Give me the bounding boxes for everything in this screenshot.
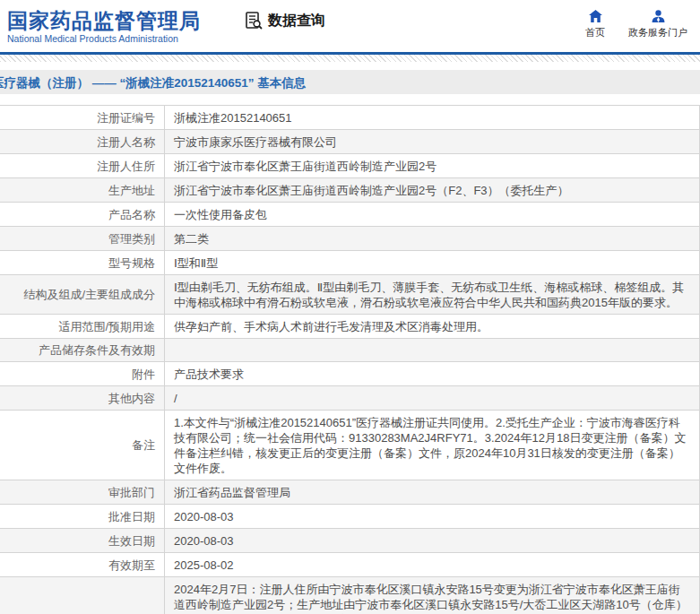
row-label: 其他内容 xyxy=(0,386,165,410)
row-value: 2020-08-03 xyxy=(165,529,699,552)
logo-title: 国家药品监督管理局 xyxy=(7,9,201,32)
row-value: 宁波市康家乐医疗器械有限公司 xyxy=(165,130,699,153)
user-icon xyxy=(651,9,666,23)
top-nav: 首页 政务服务门户 xyxy=(585,9,687,39)
nav-home-label: 首页 xyxy=(585,26,605,39)
table-row: 注册人住所 浙江省宁波市奉化区萧王庙街道西岭制造产业园2号 xyxy=(0,154,699,178)
row-label: 适用范围/预期用途 xyxy=(0,315,165,338)
breadcrumb: 医疗器械（注册） —— “浙械注准20152140651” 基本信息 xyxy=(0,70,700,94)
nav-portal[interactable]: 政务服务门户 xyxy=(628,9,687,39)
nmpa-logo: 国家药品监督管理局 National Medical Products Admi… xyxy=(7,9,201,44)
row-value: 浙江省药品监督管理局 xyxy=(165,480,699,504)
site-header: 国家药品监督管理局 National Medical Products Admi… xyxy=(0,0,700,52)
table-row: 变更情况 2024年2月7日：注册人住所由宁波市奉化区溪口镇永安路15号变更为浙… xyxy=(0,577,699,614)
row-label: 注册人住所 xyxy=(0,154,165,177)
hatch-band xyxy=(0,55,700,62)
row-value: 浙江省宁波市奉化区萧王庙街道西岭制造产业园2号 xyxy=(165,154,699,177)
table-row: 有效期至 2025-08-02 xyxy=(0,553,699,577)
data-query-icon xyxy=(244,11,264,30)
table-row: 批准日期 2020-08-03 xyxy=(0,505,699,529)
registration-info-table: 注册证编号 浙械注准20152140651 注册人名称 宁波市康家乐医疗器械有限… xyxy=(0,105,700,614)
row-value: 第二类 xyxy=(165,227,699,250)
row-value: 产品技术要求 xyxy=(165,362,699,385)
row-value: 浙江省宁波市奉化区萧王庙街道西岭制造产业园2号（F2、F3）（委托生产） xyxy=(165,178,699,202)
table-row: 其他内容 / xyxy=(0,386,699,411)
table-row: 结构及组成/主要组成成分 Ⅰ型由剃毛刀、无纺布组成。Ⅱ型由剃毛刀、薄膜手套、无纺… xyxy=(0,275,699,315)
row-value: 浙械注准20152140651 xyxy=(165,106,699,129)
table-row: 生效日期 2020-08-03 xyxy=(0,529,699,553)
row-value: 2024年2月7日：注册人住所由宁波市奉化区溪口镇永安路15号变更为浙江省宁波市… xyxy=(165,577,699,614)
row-label: 产品名称 xyxy=(0,203,165,226)
row-label: 批准日期 xyxy=(0,505,165,528)
row-value: 2025-08-02 xyxy=(165,553,699,576)
row-label: 附件 xyxy=(0,362,165,385)
logo-subtitle: National Medical Products Administration xyxy=(7,33,201,44)
nav-data-query[interactable]: 数据查询 xyxy=(244,11,325,30)
table-row: 备注 1.本文件与“浙械注准20152140651”医疗器械注册证共同使用。2.… xyxy=(0,411,699,480)
nav-home[interactable]: 首页 xyxy=(585,9,605,39)
row-value xyxy=(165,339,699,361)
nav-portal-label: 政务服务门户 xyxy=(628,26,687,39)
table-row: 注册人名称 宁波市康家乐医疗器械有限公司 xyxy=(0,130,699,154)
data-query-label: 数据查询 xyxy=(268,12,325,30)
row-value: 一次性使用备皮包 xyxy=(165,203,699,226)
row-label: 结构及组成/主要组成成分 xyxy=(0,275,165,314)
table-row: 生产地址 浙江省宁波市奉化区萧王庙街道西岭制造产业园2号（F2、F3）（委托生产… xyxy=(0,178,699,203)
row-label: 型号规格 xyxy=(0,251,165,274)
table-row: 审批部门 浙江省药品监督管理局 xyxy=(0,480,699,505)
row-label: 变更情况 xyxy=(0,577,165,614)
row-label: 生产地址 xyxy=(0,178,165,202)
row-label: 产品储存条件及有效期 xyxy=(0,339,165,361)
row-value: Ⅰ型和Ⅱ型 xyxy=(165,251,699,274)
page: 国家药品监督管理局 National Medical Products Admi… xyxy=(0,0,700,614)
row-label: 注册证编号 xyxy=(0,106,165,129)
row-label: 管理类别 xyxy=(0,227,165,250)
table-row: 附件 产品技术要求 xyxy=(0,362,699,386)
row-label: 注册人名称 xyxy=(0,130,165,153)
breadcrumb-text: 医疗器械（注册） —— “浙械注准20152140651” 基本信息 xyxy=(0,71,306,94)
row-label: 生效日期 xyxy=(0,529,165,552)
row-label: 审批部门 xyxy=(0,480,165,504)
table-row: 适用范围/预期用途 供孕妇产前、手术病人术前进行毛发清理及术区消毒处理用。 xyxy=(0,315,699,339)
home-icon xyxy=(588,9,603,23)
row-label: 有效期至 xyxy=(0,553,165,576)
row-value: 2020-08-03 xyxy=(165,505,699,528)
table-row: 管理类别 第二类 xyxy=(0,227,699,251)
row-label: 备注 xyxy=(0,411,165,480)
row-value: 供孕妇产前、手术病人术前进行毛发清理及术区消毒处理用。 xyxy=(165,315,699,338)
table-row: 产品储存条件及有效期 xyxy=(0,339,699,362)
table-row: 注册证编号 浙械注准20152140651 xyxy=(0,106,699,130)
table-row: 产品名称 一次性使用备皮包 xyxy=(0,203,699,227)
table-row: 型号规格 Ⅰ型和Ⅱ型 xyxy=(0,251,699,275)
row-value: Ⅰ型由剃毛刀、无纺布组成。Ⅱ型由剃毛刀、薄膜手套、无纺布或卫生纸、海棉或棉球、棉… xyxy=(165,275,699,314)
row-value: 1.本文件与“浙械注准20152140651”医疗器械注册证共同使用。2.受托生… xyxy=(165,411,699,480)
row-value: / xyxy=(165,386,699,410)
